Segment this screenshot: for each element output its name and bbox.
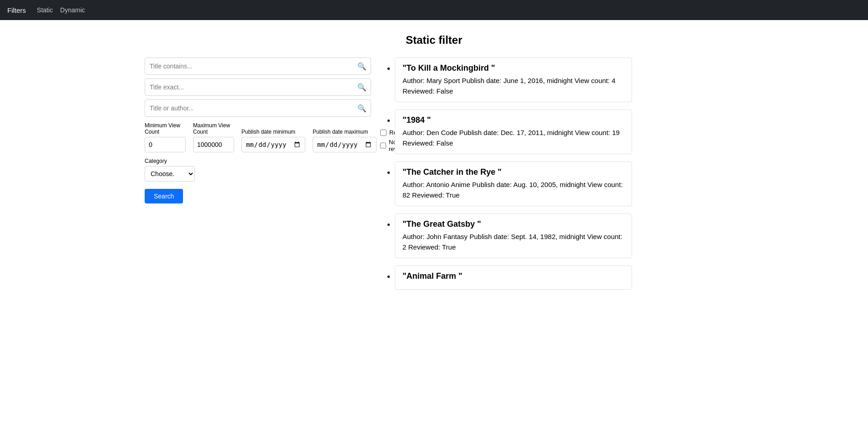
page-title: Static filter xyxy=(406,34,462,47)
list-item: "To Kill a Mockingbird "Author: Mary Spo… xyxy=(395,57,723,102)
filter-mid-row: Minimum View Count Maximum View Count Pu… xyxy=(145,122,371,152)
result-card: "The Catcher in the Rye "Author: Antonio… xyxy=(395,161,632,206)
result-meta: Author: Den Code Publish date: Dec. 17, … xyxy=(403,128,624,148)
category-label: Category xyxy=(145,158,371,164)
title-contains-input[interactable] xyxy=(145,57,371,75)
result-title: "The Great Gatsby " xyxy=(403,219,624,229)
publish-date-max-input[interactable] xyxy=(313,137,376,152)
publish-date-max-group: Publish date maximum xyxy=(313,129,376,152)
result-title: "To Kill a Mockingbird " xyxy=(403,63,624,73)
category-select[interactable]: Choose. Fiction Non-Fiction Fantasy Scie… xyxy=(145,166,195,182)
result-title: "1984 " xyxy=(403,115,624,125)
result-card: "1984 "Author: Den Code Publish date: De… xyxy=(395,109,632,154)
result-meta: Author: Antonio Anime Publish date: Aug.… xyxy=(403,180,624,200)
publish-date-max-label: Publish date maximum xyxy=(313,129,376,135)
title-contains-row: 🔍 xyxy=(145,57,371,75)
filter-panel: 🔍 🔍 🔍 Minimum View Count xyxy=(145,57,382,297)
list-item: "1984 "Author: Den Code Publish date: De… xyxy=(395,109,723,154)
main-layout: 🔍 🔍 🔍 Minimum View Count xyxy=(137,57,731,297)
max-view-count-group: Maximum View Count xyxy=(193,122,234,152)
navbar-link-static[interactable]: Static xyxy=(37,6,53,14)
navbar-link-dynamic[interactable]: Dynamic xyxy=(60,6,85,14)
results-panel: "To Kill a Mockingbird "Author: Mary Spo… xyxy=(382,57,723,297)
navbar-brand: Filters xyxy=(7,6,26,14)
list-item: "The Great Gatsby "Author: John Fantasy … xyxy=(395,214,723,258)
result-meta: Author: John Fantasy Publish date: Sept.… xyxy=(403,232,624,252)
page-container: Static filter 🔍 🔍 🔍 M xyxy=(0,20,868,297)
navbar: Filters Static Dynamic xyxy=(0,0,868,20)
min-view-count-group: Minimum View Count xyxy=(145,122,186,152)
list-item: "The Catcher in the Rye "Author: Antonio… xyxy=(395,161,723,206)
result-card: "Animal Farm " xyxy=(395,266,632,290)
max-view-count-label: Maximum View Count xyxy=(193,122,234,135)
max-view-count-input[interactable] xyxy=(193,137,234,152)
publish-date-min-label: Publish date minimum xyxy=(241,129,305,135)
result-card: "The Great Gatsby "Author: John Fantasy … xyxy=(395,214,632,258)
title-exact-row: 🔍 xyxy=(145,78,371,96)
result-title: "The Catcher in the Rye " xyxy=(403,167,624,177)
min-view-count-label: Minimum View Count xyxy=(145,122,186,135)
results-list: "To Kill a Mockingbird "Author: Mary Spo… xyxy=(386,57,723,290)
result-card: "To Kill a Mockingbird "Author: Mary Spo… xyxy=(395,57,632,102)
list-item: "Animal Farm " xyxy=(395,266,723,290)
publish-date-min-group: Publish date minimum xyxy=(241,129,305,152)
title-exact-input[interactable] xyxy=(145,78,371,96)
title-or-author-row: 🔍 xyxy=(145,99,371,117)
title-or-author-input[interactable] xyxy=(145,99,371,117)
min-view-count-input[interactable] xyxy=(145,137,186,152)
result-title: "Animal Farm " xyxy=(403,271,624,281)
category-row: Category Choose. Fiction Non-Fiction Fan… xyxy=(145,158,371,182)
search-button[interactable]: Search xyxy=(145,189,183,203)
result-meta: Author: Mary Sport Publish date: June 1,… xyxy=(403,76,624,96)
publish-date-min-input[interactable] xyxy=(241,137,305,152)
